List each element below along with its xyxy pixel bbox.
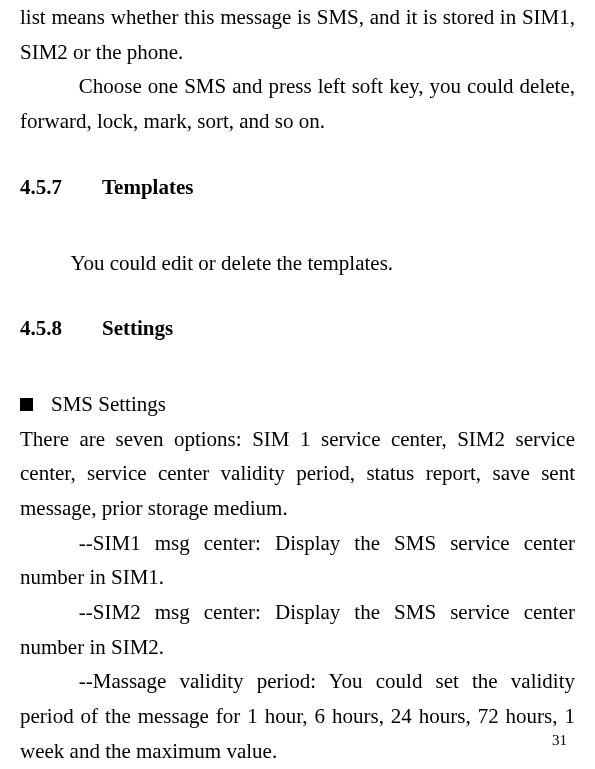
section-title: Settings (102, 316, 173, 340)
spacer (20, 341, 575, 387)
page-number: 31 (552, 732, 567, 749)
settings-item-2: --SIM2 msg center: Display the SMS servi… (20, 595, 575, 664)
section-number: 4.5.7 (20, 175, 102, 200)
section-title: Templates (102, 175, 193, 199)
bullet-square-icon (20, 398, 33, 411)
intro-paragraph-1: list means whether this message is SMS, … (20, 0, 575, 69)
intro-paragraph-2: Choose one SMS and press left soft key, … (20, 69, 575, 138)
section-heading-settings: 4.5.8Settings (20, 316, 575, 341)
templates-body: You could edit or delete the templates. (20, 246, 575, 281)
spacer (20, 200, 575, 246)
spacer (20, 280, 575, 316)
section-number: 4.5.8 (20, 316, 102, 341)
section-heading-templates: 4.5.7Templates (20, 175, 575, 200)
spacer (20, 139, 575, 175)
bullet-label: SMS Settings (51, 387, 166, 422)
document-page: list means whether this message is SMS, … (0, 0, 595, 769)
settings-item-1: --SIM1 msg center: Display the SMS servi… (20, 526, 575, 595)
bullet-item-sms-settings: SMS Settings (20, 387, 575, 422)
settings-item-3: --Massage validity period: You could set… (20, 664, 575, 768)
settings-intro: There are seven options: SIM 1 service c… (20, 422, 575, 526)
